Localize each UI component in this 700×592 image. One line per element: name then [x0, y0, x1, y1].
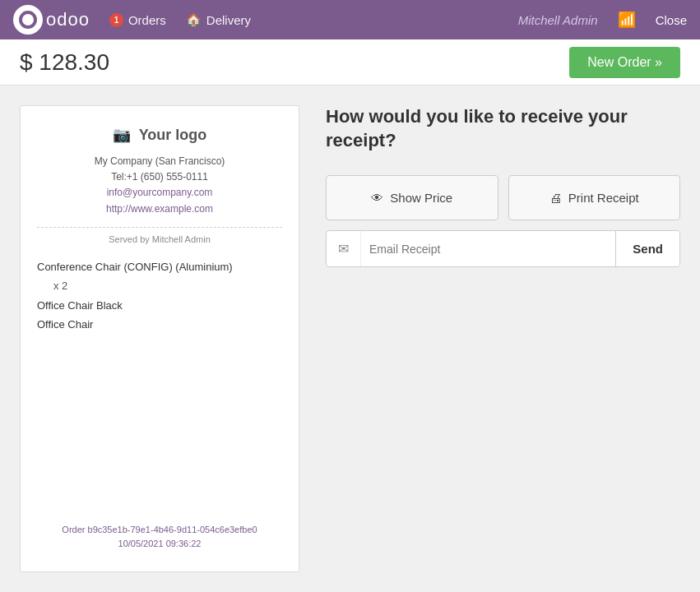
new-order-button[interactable]: New Order »	[569, 47, 680, 78]
company-email-link[interactable]: info@yourcompany.com	[107, 187, 213, 198]
odoo-logo-circle	[13, 5, 43, 35]
email-row: ✉ Send	[326, 230, 680, 267]
list-item: Office Chair	[37, 315, 282, 334]
list-item: Office Chair Black	[37, 296, 282, 315]
wifi-icon: 📶	[618, 11, 636, 29]
receipt-footer: Order b9c35e1b-79e1-4b46-9d11-054c6e3efb…	[62, 506, 257, 552]
orders-badge: 1	[109, 13, 123, 27]
total-amount: $ 128.30	[20, 49, 109, 76]
orders-nav-item[interactable]: 1 Orders	[109, 13, 166, 27]
company-website-link[interactable]: http://www.example.com	[106, 203, 213, 215]
list-item: x 2	[37, 276, 282, 295]
main-content: 📷 Your logo My Company (San Francisco) T…	[0, 86, 700, 592]
print-receipt-button[interactable]: 🖨 Print Receipt	[508, 175, 681, 220]
email-input[interactable]	[361, 231, 615, 266]
amount-bar: $ 128.30 New Order »	[0, 39, 700, 86]
odoo-logo[interactable]: odoo	[13, 5, 90, 35]
delivery-nav-item[interactable]: 🏠 Delivery	[186, 12, 251, 27]
receipt-actions: 👁 Show Price 🖨 Print Receipt	[326, 175, 680, 220]
odoo-logo-inner	[19, 11, 37, 29]
company-tel: Tel:+1 (650) 555-0111	[95, 169, 225, 185]
logo-text-line: 📷 Your logo	[113, 126, 207, 144]
show-price-button[interactable]: 👁 Show Price	[326, 175, 498, 220]
list-item: Conference Chair (CONFIG) (Aluminium)	[37, 257, 282, 276]
delivery-label: Delivery	[206, 13, 251, 27]
order-id: Order b9c35e1b-79e1-4b46-9d11-054c6e3efb…	[62, 523, 257, 538]
company-name: My Company (San Francisco)	[95, 154, 225, 169]
receipt-logo-area: 📷 Your logo	[113, 126, 207, 144]
show-price-label: Show Price	[390, 191, 452, 205]
company-website: http://www.example.com	[95, 201, 225, 217]
receipt-question: How would you like to receive your recei…	[326, 105, 680, 152]
camera-icon: 📷	[113, 126, 131, 144]
orders-label: Orders	[128, 13, 166, 27]
print-icon: 🖨	[549, 191, 562, 205]
home-icon: 🏠	[186, 12, 202, 27]
send-button[interactable]: Send	[615, 231, 679, 266]
email-icon-cell: ✉	[327, 231, 361, 266]
right-panel: How would you like to receive your recei…	[326, 105, 680, 572]
topnav: odoo 1 Orders 🏠 Delivery Mitchell Admin …	[0, 0, 700, 39]
receipt-items: Conference Chair (CONFIG) (Aluminium) x …	[37, 257, 282, 335]
envelope-icon: ✉	[338, 241, 349, 257]
receipt-divider	[37, 227, 282, 228]
receipt-company-info: My Company (San Francisco) Tel:+1 (650) …	[95, 154, 225, 217]
logo-label: Your logo	[139, 127, 207, 144]
company-email: info@yourcompany.com	[95, 185, 225, 201]
order-date: 10/05/2021 09:36:22	[62, 537, 257, 552]
close-button[interactable]: Close	[656, 13, 687, 27]
odoo-wordmark: odoo	[46, 9, 90, 30]
user-name: Mitchell Admin	[518, 13, 598, 27]
eye-icon: 👁	[371, 191, 383, 205]
print-receipt-label: Print Receipt	[568, 191, 639, 205]
receipt-preview: 📷 Your logo My Company (San Francisco) T…	[20, 105, 299, 572]
receipt-served: Served by Mitchell Admin	[109, 234, 211, 244]
